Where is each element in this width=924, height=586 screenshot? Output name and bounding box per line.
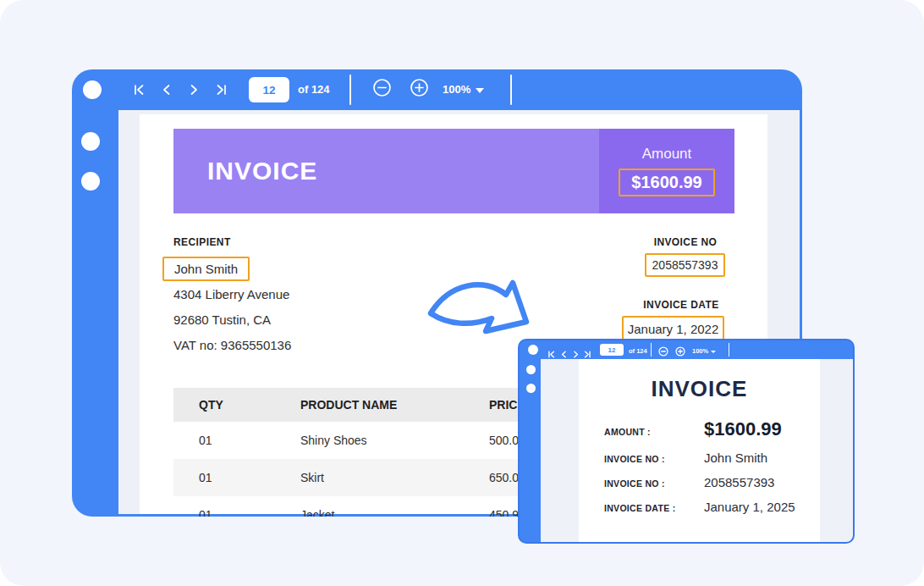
field-label: INVOICE DATE :	[604, 503, 704, 513]
mini-toolbar: 12 of 124 100%	[520, 340, 853, 359]
address-line-1: 4304 Liberry Avenue	[173, 287, 289, 301]
invoice-date-highlight-box: January 1, 2022	[622, 316, 724, 341]
invoice-no-highlight-box: 2058557393	[645, 253, 725, 277]
field-value: $1600.99	[704, 418, 782, 440]
first-page-button[interactable]	[133, 84, 145, 96]
invoice-banner-title-section: INVOICE	[173, 129, 599, 213]
sidebar-dot	[526, 365, 536, 374]
cell-product: Skirt	[300, 471, 489, 484]
extracted-invoice-page: INVOICE AMOUNT : $1600.99 INVOICE NO : J…	[579, 359, 820, 542]
viewer-toolbar: 12 of 124 100%	[72, 69, 802, 110]
mini-viewer-body: INVOICE AMOUNT : $1600.99 INVOICE NO : J…	[520, 359, 853, 542]
cell-product: Jacket	[300, 508, 489, 517]
zoom-level-value: 100%	[443, 83, 470, 96]
sidebar-dot	[526, 384, 536, 393]
field-value: 2058557393	[704, 475, 774, 489]
zoom-level-value: 100%	[692, 347, 708, 355]
extracted-data-window: 12 of 124 100% INVOICE	[518, 339, 855, 544]
field-value: John Smith	[704, 451, 767, 465]
zoom-in-icon[interactable]	[410, 78, 429, 97]
mini-sidebar	[520, 359, 541, 542]
extracted-field-row: INVOICE NO : John Smith	[604, 451, 811, 465]
cell-qty: 01	[199, 508, 300, 517]
chevron-down-icon	[476, 88, 484, 93]
field-label: INVOICE NO :	[604, 454, 704, 464]
zoom-in-icon[interactable]	[675, 345, 685, 360]
zoom-level-dropdown[interactable]: 100%	[692, 347, 716, 355]
last-page-button[interactable]	[216, 84, 228, 96]
cell-qty: 01	[199, 434, 300, 447]
window-dot	[528, 345, 538, 355]
invoice-amount-section: Amount $1600.99	[599, 129, 734, 213]
zoom-out-icon[interactable]	[658, 345, 668, 360]
toolbar-divider	[349, 75, 351, 105]
cell-qty: 01	[199, 471, 300, 484]
extracted-field-row: INVOICE NO : 2058557393	[604, 475, 811, 489]
cell-product: Shiny Shoes	[300, 434, 489, 447]
next-page-button[interactable]	[188, 84, 200, 96]
recipient-label: RECIPIENT	[173, 236, 231, 248]
extracted-invoice-title: INVOICE	[579, 376, 820, 402]
invoice-date-label: INVOICE DATE	[613, 299, 749, 311]
toolbar-divider	[729, 343, 729, 357]
amount-highlight-box: $1600.99	[619, 169, 714, 196]
screenshot-canvas: 12 of 124 100%	[0, 0, 924, 586]
col-header-qty: QTY	[199, 398, 300, 412]
chevron-down-icon	[711, 351, 716, 353]
col-header-product: PRODUCT NAME	[300, 398, 489, 412]
page-number-input[interactable]: 12	[600, 344, 624, 356]
zoom-level-dropdown[interactable]: 100%	[443, 83, 484, 96]
page-total-label: of 124	[629, 347, 647, 355]
extracted-field-row: INVOICE DATE : January 1, 2025	[604, 500, 811, 514]
mini-document-viewport: INVOICE AMOUNT : $1600.99 INVOICE NO : J…	[541, 359, 853, 542]
sidebar-dot	[81, 132, 100, 151]
viewer-sidebar	[72, 110, 118, 517]
recipient-highlight-box: John Smith	[162, 257, 250, 281]
page-total-label: of 124	[298, 83, 330, 96]
address-line-2: 92680 Tustin, CA	[173, 312, 271, 327]
zoom-out-icon[interactable]	[372, 78, 392, 97]
invoice-title: INVOICE	[173, 157, 317, 185]
invoice-no-label: INVOICE NO	[618, 236, 753, 248]
extracted-fields: AMOUNT : $1600.99 INVOICE NO : John Smit…	[604, 418, 811, 514]
toolbar-divider	[510, 75, 512, 105]
page-number-input[interactable]: 12	[249, 77, 289, 102]
sidebar-dot	[81, 172, 100, 191]
vat-number: VAT no: 9365550136	[173, 338, 291, 352]
field-label: AMOUNT :	[604, 427, 704, 437]
toolbar-divider	[651, 343, 652, 357]
field-label: INVOICE NO :	[604, 478, 704, 489]
window-dot	[83, 80, 102, 99]
curved-arrow-icon	[426, 272, 531, 358]
previous-page-button[interactable]	[161, 84, 173, 96]
invoice-banner: INVOICE Amount $1600.99	[173, 129, 734, 213]
extracted-field-row: AMOUNT : $1600.99	[604, 418, 811, 440]
field-value: January 1, 2025	[704, 500, 795, 514]
amount-label: Amount	[642, 146, 692, 163]
